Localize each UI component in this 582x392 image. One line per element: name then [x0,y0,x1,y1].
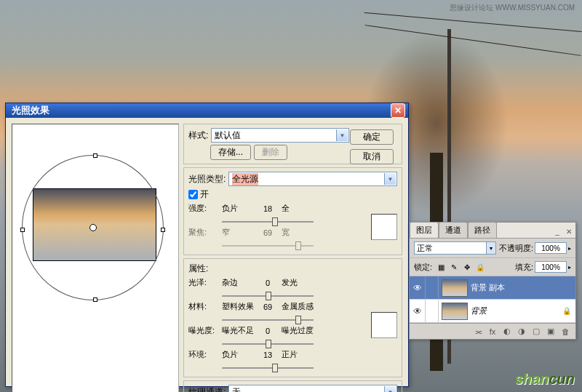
cancel-button[interactable]: 取消 [350,149,394,164]
texture-label: 纹理通道: [188,386,226,393]
on-label: 开 [200,188,209,201]
light-handle-e[interactable] [161,228,165,232]
close-button[interactable]: ✕ [391,103,405,118]
on-checkbox-input[interactable] [188,190,198,199]
light-type-label: 光照类型: [188,173,226,185]
gloss-left: 杂边 [222,277,254,288]
texture-combo[interactable]: 无 ▼ [228,385,397,392]
light-handle-s[interactable] [93,297,97,302]
material-label: 材料: [188,301,219,312]
exposure-slider[interactable] [222,339,314,349]
watermark: shancun [515,371,575,388]
link-layers-icon[interactable]: ⫘ [472,326,484,337]
material-right: 金属质感 [282,301,314,312]
focus-slider [222,241,314,251]
material-left: 塑料效果 [222,301,254,312]
tab-layers[interactable]: 图层 [410,222,439,238]
chevron-down-icon: ▼ [486,242,495,254]
light-color-swatch[interactable] [371,214,397,240]
layer-name: 背景 [471,305,487,316]
exposure-right: 曝光过度 [282,325,314,336]
fx-icon[interactable]: fx [487,326,498,337]
visibility-toggle[interactable]: 👁 [410,276,426,299]
exposure-label: 曝光度: [188,325,219,336]
save-button[interactable]: 存储... [210,145,251,160]
adjustment-icon[interactable]: ◑ [516,326,527,337]
chevron-down-icon: ▼ [384,386,396,392]
gloss-label: 光泽: [188,277,219,288]
lighting-effects-dialog: 光照效果 ✕ 预览 [5,103,409,387]
layer-thumbnail[interactable] [442,303,468,320]
chevron-right-icon[interactable]: ▸ [568,245,571,252]
mask-icon[interactable]: ◐ [501,326,513,337]
lock-all-icon[interactable]: 🔒 [474,261,486,273]
link-cell[interactable] [426,300,439,322]
intensity-value: 18 [257,204,279,213]
lock-paint-icon[interactable]: ✎ [448,261,460,273]
tab-channels[interactable]: 通道 [439,222,468,238]
ambience-left: 负片 [222,349,254,360]
ok-button[interactable]: 确定 [350,129,394,145]
gloss-right: 发光 [282,277,314,288]
exposure-value: 0 [257,327,279,335]
lock-position-icon[interactable]: ✥ [461,261,473,273]
focus-value: 69 [257,228,279,237]
layer-name: 背景 副本 [471,282,505,293]
intensity-left: 负片 [222,203,254,214]
material-slider[interactable] [222,315,314,325]
dialog-title: 光照效果 [12,104,49,117]
ambient-color-swatch[interactable] [371,312,397,338]
lock-icon: 🔒 [562,307,571,315]
layer-thumbnail[interactable] [442,279,468,297]
light-handle-w[interactable] [20,228,25,232]
material-value: 69 [257,303,279,311]
light-type-value: 全光源 [232,173,258,185]
light-type-combo[interactable]: 全光源 ▼ [228,172,397,186]
light-center-handle[interactable] [89,224,97,231]
lock-transparency-icon[interactable]: ▦ [435,261,447,273]
layer-item[interactable]: 👁 背景 🔒 [410,300,575,323]
style-value: 默认值 [215,129,241,142]
opacity-label: 不透明度: [499,243,533,254]
visibility-toggle[interactable]: 👁 [410,300,426,322]
intensity-right: 全 [282,203,314,214]
light-handle-n[interactable] [93,153,97,158]
exposure-left: 曝光不足 [222,325,254,336]
close-icon: ✕ [394,105,402,116]
tab-paths[interactable]: 路径 [468,222,497,238]
credit-text: 思缘设计论坛 WWW.MISSYUAN.COM [450,3,575,13]
opacity-input[interactable]: 100% [535,242,567,254]
chevron-down-icon: ▼ [384,173,396,185]
folder-icon[interactable]: ▢ [530,326,542,337]
fill-input[interactable]: 100% [535,261,567,273]
ambience-slider[interactable] [222,363,314,373]
focus-left: 窄 [222,227,254,238]
ambience-label: 环境: [188,349,219,360]
new-layer-icon[interactable]: ▣ [545,326,557,337]
blend-mode-value: 正常 [417,243,433,254]
chevron-right-icon[interactable]: ▸ [568,264,571,271]
layer-item[interactable]: 👁 背景 副本 [410,276,575,300]
style-combo[interactable]: 默认值 ▼ [211,128,349,143]
chevron-down-icon: ▼ [336,129,348,141]
blend-mode-combo[interactable]: 正常 ▼ [414,241,496,255]
intensity-slider[interactable] [222,217,314,227]
trash-icon[interactable]: 🗑 [559,326,571,337]
ambience-value: 13 [257,351,279,359]
light-ellipse[interactable] [22,155,164,300]
gloss-slider[interactable] [222,291,314,301]
intensity-label: 强度: [188,203,219,214]
texture-value: 无 [232,386,241,393]
delete-button[interactable]: 删除 [254,145,287,160]
focus-label: 聚焦: [188,227,219,238]
gloss-value: 0 [257,279,279,287]
panel-close-icon[interactable]: ✕ [564,226,574,236]
panel-footer: ⫘ fx ◐ ◑ ▢ ▣ 🗑 [410,323,575,339]
fill-label: 填充: [515,262,533,273]
dialog-titlebar[interactable]: 光照效果 ✕ [6,103,408,118]
style-label: 样式: [188,129,208,142]
panel-minimize-icon[interactable]: _ [552,226,562,236]
preview-box[interactable] [12,124,179,392]
on-checkbox[interactable]: 开 [188,188,397,201]
link-cell[interactable] [426,276,439,299]
